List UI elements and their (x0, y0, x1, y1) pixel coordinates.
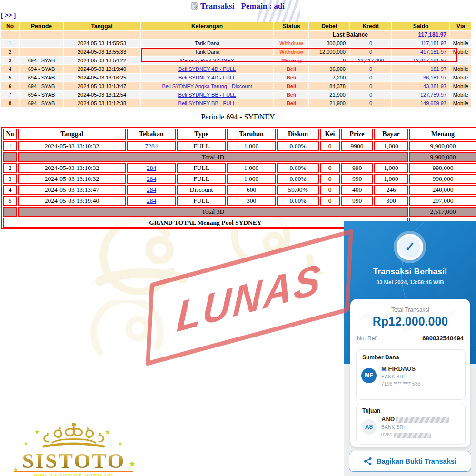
total-4d-label: Total 4D (18, 152, 408, 162)
cell-prize: 990 (341, 174, 373, 184)
cell-empty (3, 152, 17, 162)
cell-kredit: 0 (350, 48, 391, 56)
cell-kredit: 0 (350, 82, 391, 90)
cell-diskon: 0.00% (277, 141, 319, 151)
table-row: 3 694 - SYAB 2024-05-03 13:54:22 Menang … (1, 57, 471, 64)
cell-periode: 694 - SYAB (20, 74, 63, 81)
ref-label: No. Ref (357, 335, 377, 342)
bracket-open: [ (1, 11, 3, 19)
cell-menang: 990,000 (409, 163, 476, 173)
status-badge: Withdraw (274, 48, 308, 56)
cell-debet: 21,900 (309, 99, 349, 107)
last-balance-label: Last Balance (309, 31, 391, 39)
cell-empty (3, 207, 17, 217)
col-tebakan: Tebakan (127, 129, 176, 140)
cell-no: 5 (3, 196, 17, 206)
status-badge: Beli (274, 65, 308, 73)
col-periode: Periode (20, 22, 63, 30)
page: TransaksiPemain : adi [ >> ] No Periode … (0, 0, 476, 476)
cell-bayar: 1,000 (374, 141, 408, 151)
source-account-number: 7196 **** **** 533 (381, 381, 420, 387)
cell-diskon: 0.00% (277, 196, 319, 206)
bet-number-link[interactable]: 284 (147, 164, 156, 171)
status-badge: Beli (274, 91, 308, 99)
cell-type: FULL (177, 174, 226, 184)
cell-via: Mobile (450, 99, 471, 107)
cell-saldo: 12,417,181.97 (392, 57, 449, 64)
lunas-stamp: LUNAS (146, 229, 353, 367)
cell-saldo: 127,759.97 (392, 91, 449, 99)
cell-kredit: 0 (350, 74, 391, 81)
cell-no: 1 (3, 141, 17, 151)
transaction-detail-link[interactable]: Beli SYDNEY Angka Tarung - Discount (162, 83, 252, 89)
transaction-detail-link[interactable]: Menang Pool SYDNEY (180, 58, 234, 63)
cell-prize: 990 (341, 163, 373, 173)
table-row: 3 2024-05-03 13:10:32 284 FULL 1,000 0.0… (3, 174, 476, 184)
total-3d-value: 2,517,000 (409, 207, 476, 217)
check-glyph: ✓ (399, 236, 421, 258)
cell-tanggal: 2024-05-03 13:55:33 (64, 48, 140, 56)
bet-number-link[interactable]: 7284 (145, 142, 158, 149)
destination-account-number: 0261 (381, 432, 431, 438)
cell-kredit: 0 (350, 65, 391, 73)
transaction-detail-link[interactable]: Beli SYDNEY BB - FULL (178, 100, 236, 106)
pagination-link[interactable]: [ >> ] (1, 11, 16, 19)
table-row: 4 2024-05-03 13:13:47 284 Discount 600 5… (3, 185, 476, 195)
table-row: 5 694 - SYAB 2024-05-03 13:16:25 Beli SY… (1, 74, 471, 81)
cell-no: 5 (1, 74, 19, 81)
bet-number-link[interactable]: 284 (147, 186, 156, 193)
total-transaction-value: Rp12.000.000 (350, 315, 470, 328)
cell-kredit: 0 (350, 99, 391, 107)
bracket-close: ] (14, 11, 16, 19)
cell-tanggal: 2024-05-03 13:54:22 (64, 57, 140, 64)
bet-number-link[interactable]: 284 (147, 197, 156, 204)
status-badge: Menang (274, 57, 308, 64)
cell-empty (450, 31, 471, 39)
transaction-detail-link[interactable]: Beli SYDNEY BB - FULL (178, 92, 236, 98)
col-menang: Menang (409, 129, 476, 140)
cell-bayar: 1,000 (374, 163, 408, 173)
destination-name: AND (381, 416, 449, 423)
logo-tagline: WIN JACKPOT WITH US (10, 473, 138, 476)
cell-kei: 0 (320, 163, 340, 173)
cell-keterangan: Tarik Dana (141, 48, 273, 56)
share-receipt-button[interactable]: Bagikan Bukti Transaksi (349, 451, 471, 472)
cell-periode: 694 - SYAB (20, 65, 63, 73)
bet-number-link[interactable]: 284 (147, 175, 156, 182)
cell-bayar: 246 (374, 185, 408, 195)
col-tanggal: Tanggal (18, 129, 126, 140)
cell-prize: 990 (341, 196, 373, 206)
source-name: M FIRDAUS (381, 365, 416, 372)
share-button-label: Bagikan Bukti Transaksi (377, 457, 456, 465)
table-row: 2 2024-05-03 13:10:32 284 FULL 1,000 0.0… (3, 163, 476, 173)
cell-periode (20, 48, 63, 56)
cell-menang: 9,900,000 (409, 141, 476, 151)
source-account-box: Sumber Dana MF M FIRDAUS BANK BRI 7196 *… (356, 349, 466, 400)
cell-keterangan: Tarik Dana (141, 40, 273, 47)
cell-empty (20, 31, 63, 39)
transaction-detail-link[interactable]: Beli SYDNEY 4D - FULL (178, 75, 236, 80)
cell-debet: 12,000,000 (309, 48, 349, 56)
star-icon: ★ (105, 428, 110, 436)
page-title-app: Transaksi (200, 1, 235, 10)
cell-periode: 694 - SYAB (20, 99, 63, 107)
transaction-detail-link[interactable]: Beli SYDNEY 4D - FULL (178, 66, 236, 72)
receipt-title: Transaksi Berhasil (344, 267, 476, 277)
cell-debet: 300,000 (309, 40, 349, 47)
cell-diskon: 59.00% (277, 185, 319, 195)
cell-taruhan: 600 (227, 185, 276, 195)
cell-taruhan: 300 (227, 196, 276, 206)
cell-via: Mobile (450, 40, 471, 47)
col-kredit: Kredit (350, 22, 391, 30)
cell-bayar: 300 (374, 196, 408, 206)
bank-receipt: ✓ Transaksi Berhasil 03 Mei 2024, 13:58:… (344, 221, 476, 476)
table-row: 8 694 - SYAB 2024-05-03 13:12:38 Beli SY… (1, 99, 471, 107)
next-arrows: >> (5, 11, 12, 19)
table-header-row: No Tanggal Tebakan Type Taruhan Diskon K… (3, 129, 476, 140)
ref-value: 680032540494 (422, 335, 464, 342)
cell-tanggal: 2024-05-03 13:13:47 (64, 82, 140, 90)
destination-bank: BANK BRI (381, 424, 405, 430)
total-3d-label: Total 3D (18, 207, 408, 217)
cell-debet: 84,378 (309, 82, 349, 90)
col-via: Via (450, 22, 471, 30)
